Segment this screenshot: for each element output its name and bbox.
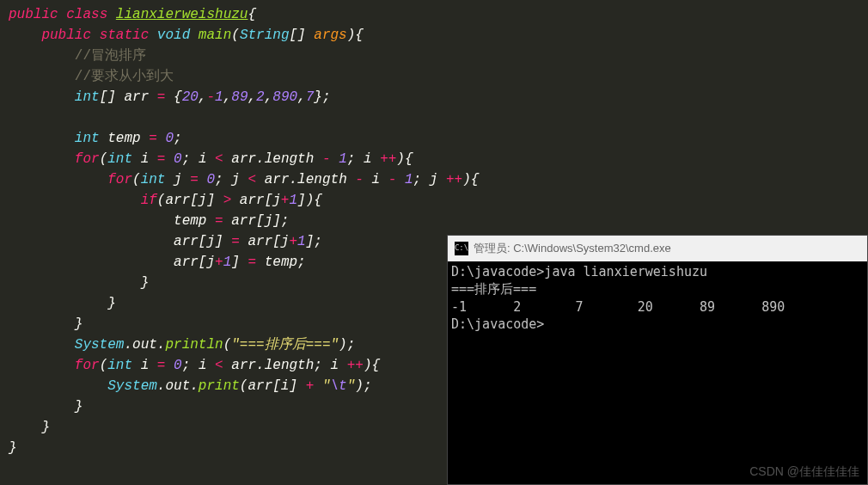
terminal-line: -1 2 7 20 89 890: [451, 299, 785, 315]
terminal-output[interactable]: D:\javacode>java lianxierweishuzu ===排序后…: [448, 261, 867, 335]
method-name: main: [199, 28, 231, 43]
window-title: 管理员: C:\Windows\System32\cmd.exe: [474, 240, 671, 257]
watermark: CSDN @佳佳佳佳佳: [749, 463, 859, 481]
cmd-icon: C:\: [455, 242, 468, 255]
keyword: public: [9, 7, 58, 22]
terminal-line: ===排序后===: [451, 281, 536, 297]
terminal-prompt: D:\javacode>: [451, 316, 544, 332]
terminal-line: D:\javacode>java lianxierweishuzu: [451, 264, 707, 279]
comment: //要求从小到大: [75, 69, 174, 84]
title-bar[interactable]: C:\ 管理员: C:\Windows\System32\cmd.exe: [448, 236, 867, 261]
keyword: class: [66, 7, 107, 22]
class-name: lianxierweishuzu: [116, 7, 248, 22]
comment: //冒泡排序: [75, 48, 146, 64]
terminal-window[interactable]: C:\ 管理员: C:\Windows\System32\cmd.exe D:\…: [447, 235, 868, 485]
